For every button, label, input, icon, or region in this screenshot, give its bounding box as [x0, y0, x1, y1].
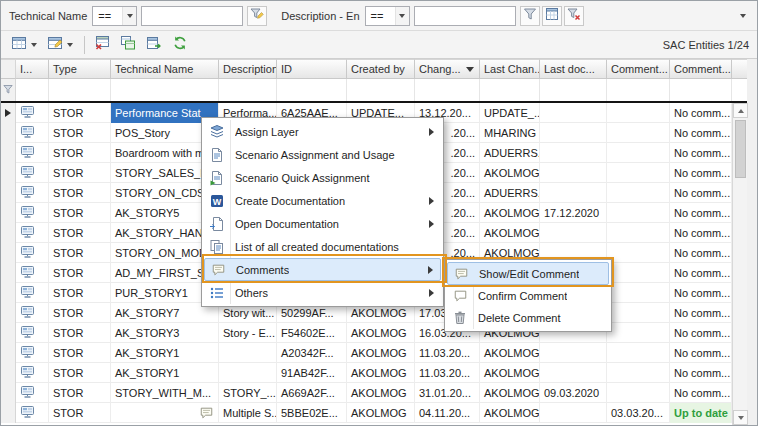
cell-last-changed[interactable]: AKOLMOG: [480, 403, 540, 423]
filter-field2-input[interactable]: [414, 6, 516, 26]
column-header-created-by[interactable]: Created by: [347, 59, 415, 79]
cell-desc[interactable]: STORY_...: [219, 383, 277, 403]
cell-created-by[interactable]: AKOLMOG: [347, 323, 415, 343]
cell-entity-icon[interactable]: [16, 243, 49, 263]
filter-cell-comment[interactable]: [607, 79, 670, 101]
cell-id[interactable]: A20342F...: [277, 343, 347, 363]
filter-edit-button[interactable]: [247, 6, 267, 26]
cell-entity-icon[interactable]: [16, 323, 49, 343]
filter-cell-comment[interactable]: [670, 79, 732, 101]
cell-comment-status[interactable]: No comm...: [670, 303, 732, 323]
row-indicator[interactable]: [1, 103, 16, 123]
cell-created-by[interactable]: AKOLMOG: [347, 383, 415, 403]
column-header-last-doc[interactable]: Last doc...: [540, 59, 607, 79]
cell-comment-date[interactable]: [607, 383, 670, 403]
cell-name[interactable]: AK_STORY1: [111, 343, 219, 363]
cell-comment-date[interactable]: [607, 363, 670, 383]
cell-changed[interactable]: 31.01.20...: [415, 383, 480, 403]
cell-name[interactable]: AK_STORY1: [111, 363, 219, 383]
edit-layout-button[interactable]: [43, 34, 77, 56]
cell-id[interactable]: A669A2F...: [277, 383, 347, 403]
cell-last-doc[interactable]: [540, 363, 607, 383]
cell-changed[interactable]: 04.11.20...: [415, 403, 480, 423]
cell-id[interactable]: F54602E...: [277, 323, 347, 343]
cell-entity-icon[interactable]: [16, 163, 49, 183]
row-indicator[interactable]: [1, 343, 16, 363]
cell-last-changed[interactable]: AKOLMOG: [480, 203, 540, 223]
table-row[interactable]: STORSTORY_WITH_M...STORY_...A669A2F...AK…: [1, 383, 732, 403]
cell-entity-icon[interactable]: [16, 363, 49, 383]
row-indicator[interactable]: [1, 383, 16, 403]
cell-last-doc[interactable]: [540, 123, 607, 143]
cell-last-changed[interactable]: ADUERRS...: [480, 143, 540, 163]
cell-comment-status[interactable]: No comm...: [670, 343, 732, 363]
cell-type[interactable]: STOR: [49, 103, 111, 123]
cell-comment-status[interactable]: No comm...: [670, 123, 732, 143]
table-row[interactable]: STORAK_STORY1A20342F...AKOLMOG11.03.20..…: [1, 343, 732, 363]
cell-comment-date[interactable]: [607, 263, 670, 283]
scroll-down-button[interactable]: [733, 410, 748, 425]
cell-entity-icon[interactable]: [16, 203, 49, 223]
cell-type[interactable]: STOR: [49, 143, 111, 163]
cell-name[interactable]: STORY_WITH_M...: [111, 383, 219, 403]
layout-button[interactable]: [7, 34, 41, 56]
menu-item-comments[interactable]: Comments: [204, 258, 441, 281]
cell-last-doc[interactable]: [540, 183, 607, 203]
filter-cell-i[interactable]: [16, 79, 49, 101]
cell-name[interactable]: [111, 403, 219, 423]
cell-comment-status[interactable]: No comm...: [670, 263, 732, 283]
cell-type[interactable]: STOR: [49, 203, 111, 223]
cell-entity-icon[interactable]: [16, 343, 49, 363]
cell-type[interactable]: STOR: [49, 383, 111, 403]
cell-comment-date[interactable]: 03.03.20...: [607, 403, 670, 423]
cell-type[interactable]: STOR: [49, 263, 111, 283]
cell-comment-date[interactable]: [607, 323, 670, 343]
cell-comment-date[interactable]: [607, 283, 670, 303]
vertical-scrollbar[interactable]: [732, 103, 747, 425]
menu-item-open-documentation[interactable]: Open Documentation: [204, 212, 441, 235]
cell-desc[interactable]: [219, 343, 277, 363]
cell-last-doc[interactable]: [540, 103, 607, 123]
menu-item-list-of-all-created-documentations[interactable]: List of all created documentations: [204, 235, 441, 258]
cell-type[interactable]: STOR: [49, 363, 111, 383]
cell-type[interactable]: STOR: [49, 343, 111, 363]
cell-comment-status[interactable]: No comm...: [670, 183, 732, 203]
filter-cell-description[interactable]: [219, 79, 277, 101]
cell-created-by[interactable]: AKOLMOG: [347, 343, 415, 363]
row-indicator[interactable]: [1, 203, 16, 223]
cell-entity-icon[interactable]: [16, 223, 49, 243]
filterbar-overflow-button[interactable]: [735, 7, 751, 25]
cell-type[interactable]: STOR: [49, 183, 111, 203]
cell-changed[interactable]: 11.03.20...: [415, 343, 480, 363]
cell-type[interactable]: STOR: [49, 303, 111, 323]
filter-field2-operator-select[interactable]: ==: [365, 6, 410, 26]
column-header-type[interactable]: Type: [49, 59, 111, 79]
cell-last-changed[interactable]: MHARING: [480, 123, 540, 143]
cell-type[interactable]: STOR: [49, 223, 111, 243]
cell-entity-icon[interactable]: [16, 283, 49, 303]
cell-type[interactable]: STOR: [49, 123, 111, 143]
cell-comment-status[interactable]: No comm...: [670, 243, 732, 263]
row-indicator[interactable]: [1, 223, 16, 243]
cell-last-changed[interactable]: AKOLMOG: [480, 363, 540, 383]
cell-comment-status[interactable]: No comm...: [670, 383, 732, 403]
cell-last-doc[interactable]: [540, 403, 607, 423]
cell-comment-date[interactable]: [607, 203, 670, 223]
cell-comment-status[interactable]: No comm...: [670, 163, 732, 183]
column-header-i[interactable]: I...: [16, 59, 49, 79]
cell-last-changed[interactable]: AKOLMOG: [480, 383, 540, 403]
cell-entity-icon[interactable]: [16, 263, 49, 283]
cell-last-doc[interactable]: 09.03.2020: [540, 383, 607, 403]
column-header-description[interactable]: Description: [219, 59, 277, 79]
row-indicator[interactable]: [1, 163, 16, 183]
cell-comment-date[interactable]: [607, 143, 670, 163]
column-header-chang[interactable]: Chang...: [415, 59, 480, 79]
cell-created-by[interactable]: AKOLMOG: [347, 403, 415, 423]
cell-last-changed[interactable]: ADUERRS...: [480, 183, 540, 203]
cell-comment-status[interactable]: No comm...: [670, 363, 732, 383]
cell-type[interactable]: STOR: [49, 283, 111, 303]
scroll-up-button[interactable]: [733, 103, 748, 118]
cell-comment-date[interactable]: [607, 123, 670, 143]
cell-comment-date[interactable]: [607, 303, 670, 323]
menu-item-assign-layer[interactable]: Assign Layer: [204, 120, 441, 143]
